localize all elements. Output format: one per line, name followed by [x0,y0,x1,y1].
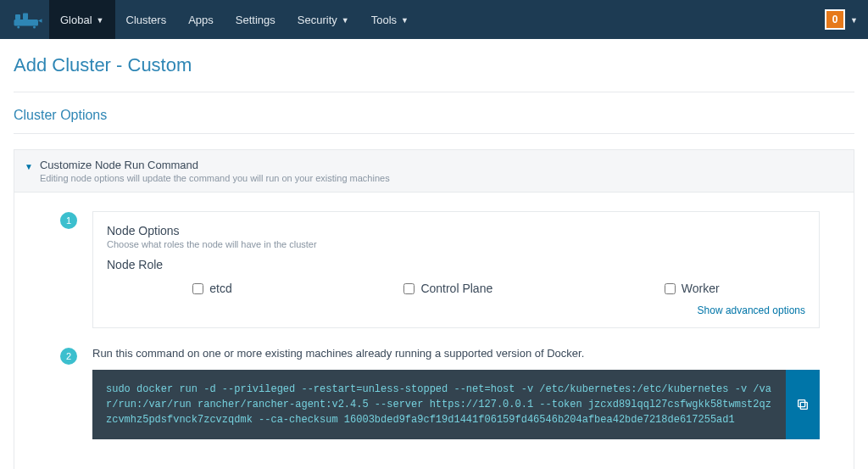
user-initial: 0 [832,14,838,25]
nav-clusters[interactable]: Clusters [115,0,178,39]
svg-rect-0 [14,20,39,26]
step2-description: Run this command on one or more existing… [92,347,820,360]
svg-rect-6 [798,400,805,407]
role-worker[interactable]: Worker [665,282,720,295]
etcd-checkbox[interactable] [192,283,203,294]
role-etcd[interactable]: etcd [192,282,231,295]
control-plane-label: Control Plane [420,282,492,295]
collapse-icon: ▼ [25,162,33,171]
top-navbar: Global ▼ Clusters Apps Settings Security… [0,0,868,39]
panel-body: 1 Node Options Choose what roles the nod… [14,193,854,469]
worker-label: Worker [682,282,720,295]
etcd-label: etcd [209,282,231,295]
nav-security[interactable]: Security ▼ [287,0,360,39]
node-options-title: Node Options [107,224,805,237]
node-role-label: Node Role [107,258,805,271]
step-badge-2: 2 [60,348,77,365]
chevron-down-icon: ▼ [97,16,104,25]
chevron-down-icon[interactable]: ▼ [850,16,858,25]
divider [14,133,854,134]
svg-rect-1 [15,14,20,20]
role-control-plane[interactable]: Control Plane [403,282,492,295]
svg-rect-2 [23,14,28,20]
nav-tools-label: Tools [371,14,397,26]
section-title: Cluster Options [14,108,854,123]
show-advanced-link[interactable]: Show advanced options [698,304,805,316]
nav-apps-label: Apps [188,14,214,26]
control-plane-checkbox[interactable] [403,283,415,294]
navbar-right: 0 ▼ [825,9,858,30]
divider [14,92,854,92]
nav-apps[interactable]: Apps [177,0,225,39]
step-badge-1: 1 [60,212,77,229]
rancher-logo[interactable] [10,10,46,29]
page-title: Add Cluster - Custom [14,54,854,76]
nav-global-label: Global [60,14,92,26]
panel-subtitle: Editing node options will update the com… [40,173,390,183]
svg-point-3 [17,26,19,29]
customize-panel: ▼ Customize Node Run Command Editing nod… [14,149,854,469]
worker-checkbox[interactable] [665,283,676,294]
nav-global[interactable]: Global ▼ [49,0,115,39]
node-options-box: Node Options Choose what roles the node … [92,211,820,328]
user-avatar[interactable]: 0 [825,9,845,30]
chevron-down-icon: ▼ [401,16,409,25]
command-text[interactable]: sudo docker run -d --privileged --restar… [92,370,786,439]
panel-header[interactable]: ▼ Customize Node Run Command Editing nod… [14,150,854,193]
svg-rect-5 [800,402,807,409]
advanced-options-row: Show advanced options [107,302,805,317]
panel-title: Customize Node Run Command [40,159,390,171]
nav-settings-label: Settings [236,14,275,26]
nav-items: Global ▼ Clusters Apps Settings Security… [49,0,420,39]
nav-security-label: Security [298,14,337,26]
chevron-down-icon: ▼ [342,16,349,25]
nav-settings[interactable]: Settings [225,0,287,39]
copy-icon [796,398,810,411]
command-block: sudo docker run -d --privileged --restar… [92,370,820,439]
svg-point-4 [33,26,36,29]
nav-clusters-label: Clusters [126,14,167,26]
page-body: Add Cluster - Custom Cluster Options ▼ C… [0,39,868,469]
nav-tools[interactable]: Tools ▼ [360,0,420,39]
node-options-subtitle: Choose what roles the node will have in … [107,239,805,249]
role-row: etcd Control Plane Worker [107,282,805,295]
step-1: 1 Node Options Choose what roles the nod… [60,211,820,328]
step-2: 2 Run this command on one or more existi… [60,347,820,439]
copy-button[interactable] [786,370,820,439]
